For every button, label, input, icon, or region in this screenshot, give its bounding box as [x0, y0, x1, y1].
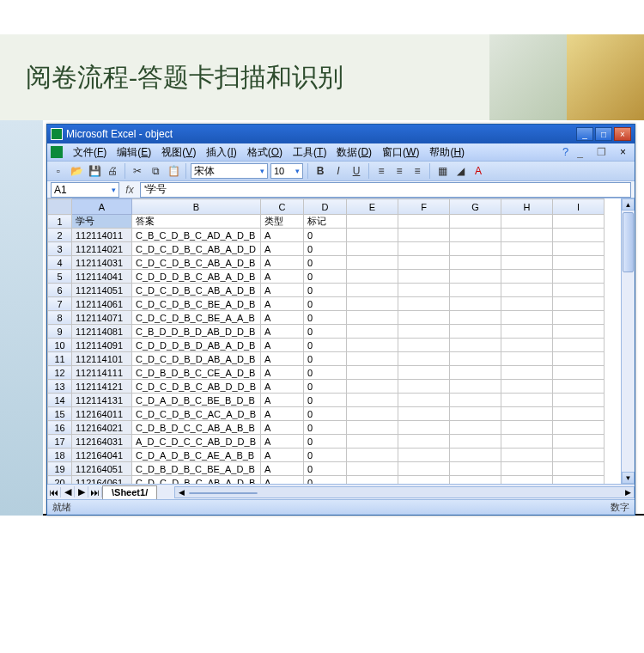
- cell[interactable]: [501, 462, 553, 476]
- cell[interactable]: C_D_B_D_B_C_CE_A_D_B: [132, 366, 261, 380]
- cell[interactable]: C_D_C_D_B_C_BE_A_D_B: [132, 297, 261, 311]
- cell[interactable]: [553, 407, 605, 421]
- cell[interactable]: 0: [304, 242, 347, 256]
- cut-icon[interactable]: ✂: [130, 163, 145, 179]
- cell[interactable]: [553, 284, 605, 297]
- cell[interactable]: 112114031: [72, 256, 132, 270]
- cell[interactable]: 0: [304, 435, 347, 449]
- tab-nav-prev-icon[interactable]: ◀: [61, 486, 75, 497]
- column-header[interactable]: H: [501, 199, 553, 215]
- cell[interactable]: 112114091: [72, 339, 132, 352]
- window-titlebar[interactable]: Microsoft Excel - object _ □ ×: [47, 125, 635, 143]
- cell[interactable]: [398, 476, 450, 485]
- cell[interactable]: [347, 311, 398, 325]
- cell[interactable]: C_D_C_D_B_C_AB_A_D_D: [132, 242, 261, 256]
- cell[interactable]: 112114051: [72, 284, 132, 297]
- cell[interactable]: C_D_C_D_B_D_AB_A_D_B: [132, 352, 261, 366]
- column-header[interactable]: A: [72, 199, 132, 215]
- cell[interactable]: [501, 380, 553, 394]
- menu-data[interactable]: 数据(D): [331, 144, 377, 161]
- cell[interactable]: A: [261, 229, 304, 242]
- cell[interactable]: [450, 352, 501, 366]
- cell[interactable]: 学号: [72, 215, 132, 229]
- cell[interactable]: [501, 256, 553, 270]
- cell[interactable]: [450, 242, 501, 256]
- cell[interactable]: [450, 256, 501, 270]
- cell[interactable]: A: [261, 352, 304, 366]
- cell[interactable]: [398, 394, 450, 407]
- cell[interactable]: A_D_C_D_C_C_AB_D_D_B: [132, 435, 261, 449]
- cell[interactable]: [501, 215, 553, 229]
- sheet-tab[interactable]: \Sheet1/: [102, 485, 157, 499]
- close-button[interactable]: ×: [614, 127, 631, 141]
- menu-edit[interactable]: 编辑(E): [112, 144, 156, 161]
- help-icon[interactable]: ?: [562, 145, 568, 159]
- cell[interactable]: [501, 339, 553, 352]
- cell[interactable]: [347, 339, 398, 352]
- cell[interactable]: C_D_B_D_C_C_AB_A_B_B: [132, 421, 261, 435]
- cell[interactable]: [398, 435, 450, 449]
- cell[interactable]: [398, 462, 450, 476]
- cell[interactable]: A: [261, 366, 304, 380]
- cell[interactable]: [398, 339, 450, 352]
- borders-icon[interactable]: ▦: [434, 163, 450, 179]
- cell[interactable]: [398, 297, 450, 311]
- cell[interactable]: [553, 242, 605, 256]
- cell[interactable]: 0: [304, 421, 347, 435]
- column-header[interactable]: G: [450, 199, 501, 215]
- cell[interactable]: [347, 421, 398, 435]
- cell[interactable]: A: [261, 380, 304, 394]
- cell[interactable]: 112164051: [72, 462, 132, 476]
- cell[interactable]: [450, 215, 501, 229]
- cell[interactable]: [501, 435, 553, 449]
- cell[interactable]: 0: [304, 270, 347, 284]
- row-header[interactable]: 15: [48, 407, 72, 421]
- name-box[interactable]: A1▾: [51, 182, 119, 198]
- cell[interactable]: 0: [304, 380, 347, 394]
- cell[interactable]: [398, 421, 450, 435]
- cell[interactable]: 0: [304, 394, 347, 407]
- save-icon[interactable]: 💾: [87, 163, 102, 179]
- cell[interactable]: [450, 380, 501, 394]
- cell[interactable]: C_D_D_D_B_C_AB_A_D_B: [132, 270, 261, 284]
- cell[interactable]: A: [261, 284, 304, 297]
- cell[interactable]: 标记: [304, 215, 347, 229]
- formula-input[interactable]: '学号: [140, 182, 631, 198]
- cell[interactable]: [347, 476, 398, 485]
- cell[interactable]: [501, 229, 553, 242]
- cell[interactable]: A: [261, 325, 304, 339]
- cell[interactable]: A: [261, 297, 304, 311]
- cell[interactable]: [501, 352, 553, 366]
- cell[interactable]: [553, 311, 605, 325]
- cell[interactable]: 0: [304, 229, 347, 242]
- column-header[interactable]: E: [347, 199, 398, 215]
- align-center-icon[interactable]: ≡: [392, 163, 407, 179]
- cell[interactable]: [553, 229, 605, 242]
- row-header[interactable]: 14: [48, 394, 72, 407]
- vertical-scrollbar[interactable]: ▲ ▼: [621, 198, 635, 484]
- cell[interactable]: 112114041: [72, 270, 132, 284]
- doc-restore-button[interactable]: ❐: [592, 145, 611, 159]
- font-name-selector[interactable]: 宋体▾: [191, 163, 268, 179]
- row-header[interactable]: 19: [48, 462, 72, 476]
- doc-minimize-button[interactable]: _: [572, 145, 588, 159]
- cell[interactable]: A: [261, 421, 304, 435]
- horizontal-scrollbar[interactable]: ◀ ▶: [174, 486, 635, 498]
- underline-button[interactable]: U: [349, 163, 364, 179]
- cell[interactable]: 112114061: [72, 297, 132, 311]
- cell[interactable]: A: [261, 311, 304, 325]
- cell[interactable]: [501, 325, 553, 339]
- cell[interactable]: [553, 297, 605, 311]
- cell[interactable]: A: [261, 449, 304, 462]
- cell[interactable]: C_D_C_D_B_C_AC_A_D_B: [132, 407, 261, 421]
- row-header[interactable]: 16: [48, 421, 72, 435]
- cell[interactable]: [553, 352, 605, 366]
- cell[interactable]: [501, 449, 553, 462]
- doc-close-button[interactable]: ×: [615, 145, 631, 159]
- cell[interactable]: [347, 394, 398, 407]
- row-header[interactable]: 9: [48, 325, 72, 339]
- cell[interactable]: [553, 449, 605, 462]
- cell[interactable]: A: [261, 435, 304, 449]
- cell[interactable]: 112114111: [72, 366, 132, 380]
- cell[interactable]: [398, 256, 450, 270]
